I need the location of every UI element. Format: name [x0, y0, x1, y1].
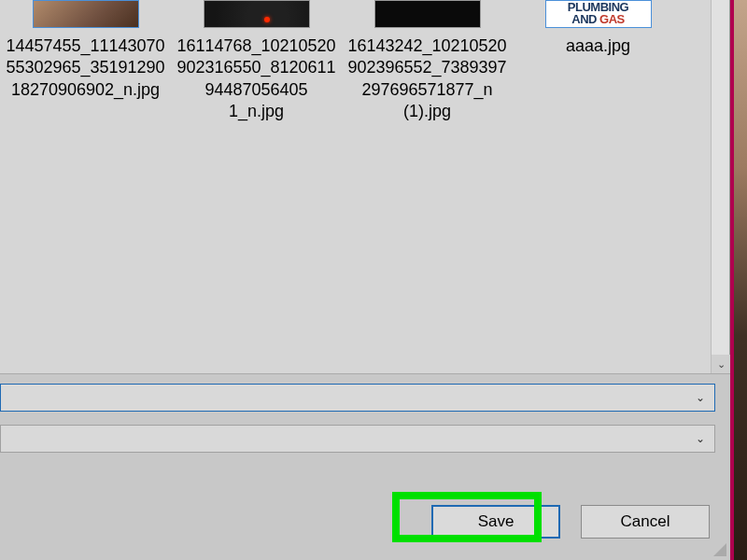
- filename-combobox[interactable]: ⌄: [0, 384, 715, 412]
- dialog-button-row: Save Cancel: [0, 492, 730, 560]
- file-item[interactable]: PLUMBING AND GAS aaaa.jpg: [516, 0, 680, 123]
- file-item[interactable]: 16143242_10210520902396552_7389397297696…: [345, 0, 509, 123]
- vertical-scrollbar[interactable]: ⌄: [711, 0, 729, 373]
- file-item[interactable]: 16114768_10210520902316550_8120611944870…: [175, 0, 338, 123]
- chevron-down-icon: ⌄: [717, 358, 726, 371]
- save-dialog: 14457455_1114307055302965_35191290182709…: [0, 0, 730, 560]
- save-button[interactable]: Save: [431, 505, 560, 539]
- backdrop: [734, 0, 747, 560]
- resize-grip-icon[interactable]: [713, 543, 726, 556]
- file-grid: 14457455_1114307055302965_35191290182709…: [0, 0, 729, 123]
- file-name: 14457455_1114307055302965_35191290182709…: [4, 35, 167, 101]
- button-label: Save: [478, 512, 514, 531]
- chevron-down-icon: ⌄: [696, 391, 705, 404]
- file-thumbnail: [374, 0, 481, 28]
- chevron-down-icon: ⌄: [696, 432, 705, 445]
- cancel-button[interactable]: Cancel: [581, 505, 710, 539]
- file-name: 16114768_10210520902316550_8120611944870…: [175, 35, 338, 123]
- file-browser-pane: 14457455_1114307055302965_35191290182709…: [0, 0, 730, 373]
- file-thumbnail: PLUMBING AND GAS: [545, 0, 652, 28]
- save-fields: ⌄ ⌄: [0, 373, 730, 492]
- file-item[interactable]: 14457455_1114307055302965_35191290182709…: [4, 0, 167, 123]
- file-thumbnail: [33, 0, 139, 28]
- button-label: Cancel: [621, 512, 670, 531]
- scroll-down-button[interactable]: ⌄: [712, 355, 730, 373]
- file-name: 16143242_10210520902396552_7389397297696…: [345, 35, 509, 123]
- filetype-combobox[interactable]: ⌄: [0, 425, 715, 453]
- file-name: aaaa.jpg: [516, 35, 680, 57]
- file-thumbnail: [204, 0, 310, 28]
- thumb-text-line: AND: [571, 12, 599, 26]
- thumb-text-line: GAS: [599, 12, 625, 26]
